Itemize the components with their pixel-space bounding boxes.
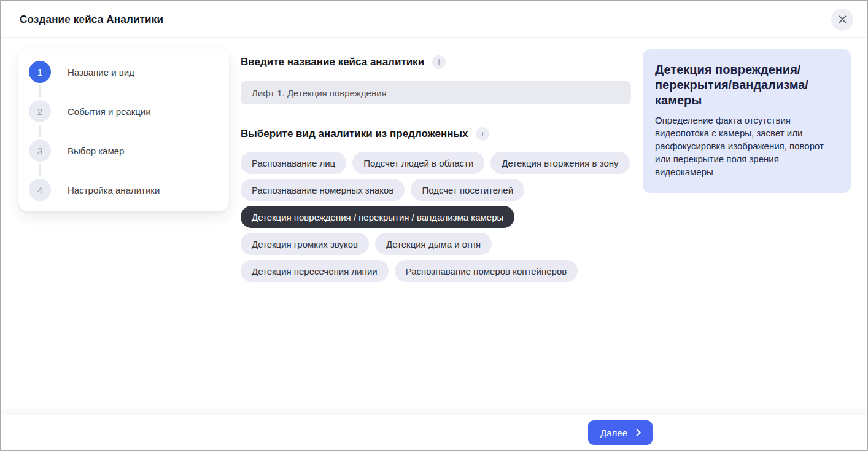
step-label: Выбор камер	[68, 146, 124, 156]
step-label: Настройка аналитики	[68, 185, 160, 195]
analytics-type-info-panel: Детекция повреждения/перекрытия/вандализ…	[643, 49, 851, 193]
analytics-type-chip[interactable]: Детекция вторжения в зону	[490, 152, 629, 174]
stepper-connector	[39, 85, 41, 98]
step-label: Название и вид	[68, 67, 134, 77]
stepper: 1 Название и вид 2 События и реакции 3 В…	[18, 49, 229, 211]
modal-footer: Далее	[1, 415, 867, 450]
analytics-type-chip[interactable]: Распознавание номеров контейнеров	[395, 260, 578, 282]
analytics-type-chip[interactable]: Распознавание лиц	[241, 152, 346, 174]
info-icon[interactable]: i	[432, 55, 446, 69]
close-button[interactable]	[831, 9, 853, 31]
modal-title: Создание кейса Аналитики	[20, 14, 163, 26]
stepper-item-analytics-settings[interactable]: 4 Настройка аналитики	[29, 179, 217, 201]
analytics-type-chip[interactable]: Детекция дыма и огня	[375, 233, 492, 255]
next-button-label: Далее	[600, 428, 627, 438]
info-icon[interactable]: i	[476, 127, 489, 141]
close-icon	[838, 15, 847, 24]
chip-row: Распознавание номерных знаковПодсчет пос…	[241, 179, 631, 201]
chip-row: Детекция громких звуковДетекция дыма и о…	[241, 233, 631, 255]
analytics-type-section-header: Выберите вид аналитики из предложенных i	[241, 127, 631, 141]
form-area: Введите название кейса аналитики i Выбер…	[241, 55, 631, 282]
info-panel-title: Детекция повреждения/перекрытия/вандализ…	[655, 62, 839, 108]
case-name-section-header: Введите название кейса аналитики i	[241, 55, 631, 69]
chip-row: Детекция повреждения / перекрытия / ванд…	[241, 206, 631, 228]
stepper-connector	[39, 125, 41, 137]
info-panel-description: Определение факта отсутствия видеопотока…	[655, 114, 839, 178]
stepper-item-events-and-reactions[interactable]: 2 События и реакции	[29, 100, 217, 122]
analytics-type-chip[interactable]: Детекция повреждения / перекрытия / ванд…	[241, 206, 514, 228]
case-name-section-title: Введите название кейса аналитики	[241, 56, 424, 68]
analytics-type-section-title: Выберите вид аналитики из предложенных	[241, 128, 468, 140]
step-number-badge: 3	[29, 139, 51, 162]
stepper-item-camera-selection[interactable]: 3 Выбор камер	[29, 139, 217, 162]
next-button[interactable]: Далее	[588, 420, 653, 445]
analytics-type-chip[interactable]: Подсчет посетителей	[411, 179, 524, 201]
stepper-connector	[39, 164, 41, 176]
case-name-input[interactable]	[241, 81, 631, 104]
chip-row: Детекция пересечения линииРаспознавание …	[241, 260, 631, 282]
stepper-item-name-and-type[interactable]: 1 Название и вид	[29, 61, 217, 83]
create-analytics-case-modal: Создание кейса Аналитики 1 Название и ви…	[0, 0, 868, 451]
analytics-type-chip-list: Распознавание лицПодсчет людей в области…	[241, 152, 631, 282]
analytics-type-chip[interactable]: Детекция громких звуков	[241, 233, 369, 255]
step-number-badge: 4	[29, 179, 51, 201]
analytics-type-chip[interactable]: Детекция пересечения линии	[241, 260, 389, 282]
modal-header: Создание кейса Аналитики	[1, 1, 867, 38]
chip-row: Распознавание лицПодсчет людей в области…	[241, 152, 631, 174]
step-label: События и реакции	[68, 106, 151, 117]
chevron-right-icon	[634, 428, 643, 437]
step-number-badge: 2	[29, 100, 51, 122]
analytics-type-chip[interactable]: Распознавание номерных знаков	[241, 179, 405, 201]
analytics-type-chip[interactable]: Подсчет людей в области	[352, 152, 484, 174]
step-number-badge: 1	[29, 61, 51, 83]
